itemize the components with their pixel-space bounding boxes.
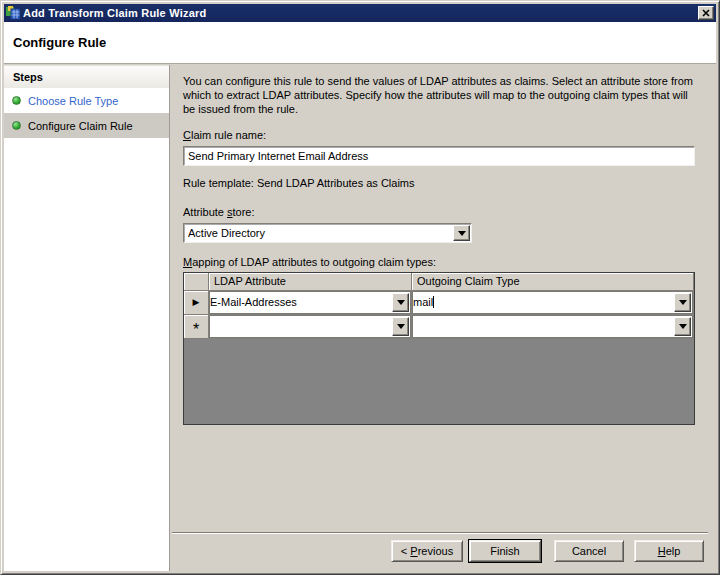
chevron-down-icon xyxy=(397,300,405,309)
step-label: Configure Claim Rule xyxy=(28,120,133,132)
chevron-down-icon xyxy=(679,300,687,309)
dropdown-button[interactable] xyxy=(674,317,691,336)
step-label: Choose Rule Type xyxy=(28,95,118,107)
ldap-attribute-select[interactable]: E-Mail-Addresses xyxy=(209,291,411,314)
outgoing-claim-type-input[interactable]: mail xyxy=(412,291,693,314)
ldap-attribute-value: E-Mail-Addresses xyxy=(210,296,297,308)
dropdown-button[interactable] xyxy=(392,317,409,336)
column-header-outgoing-claim-type[interactable]: Outgoing Claim Type xyxy=(412,273,694,291)
dropdown-button[interactable] xyxy=(453,225,470,241)
close-icon xyxy=(702,9,710,17)
attribute-store-value: Active Directory xyxy=(188,224,451,242)
finish-button[interactable]: Finish xyxy=(469,540,541,562)
step-status-icon xyxy=(12,96,21,105)
header-band: Configure Rule xyxy=(4,22,716,64)
column-header-ldap-attribute[interactable]: LDAP Attribute xyxy=(209,273,412,291)
ldap-attribute-cell-empty xyxy=(209,315,412,339)
main-content: You can configure this rule to send the … xyxy=(171,65,716,571)
dropdown-button[interactable] xyxy=(674,293,691,312)
table-header-row: LDAP Attribute Outgoing Claim Type xyxy=(184,273,694,291)
step-status-icon xyxy=(12,121,21,130)
attribute-store-select[interactable]: Active Directory xyxy=(183,223,472,243)
chevron-down-icon xyxy=(458,231,466,240)
page-title: Configure Rule xyxy=(13,35,106,50)
help-button[interactable]: Help xyxy=(634,540,704,562)
close-button[interactable] xyxy=(698,6,714,20)
outgoing-claim-type-value: mail xyxy=(413,296,434,308)
mapping-table: LDAP Attribute Outgoing Claim Type ▶ E-M… xyxy=(183,272,695,425)
sidebar-item-configure-claim-rule[interactable]: Configure Claim Rule xyxy=(4,113,169,138)
new-row-selector[interactable]: * xyxy=(184,315,209,339)
window-title: Add Transform Claim Rule Wizard xyxy=(23,7,206,19)
app-icon xyxy=(6,6,20,20)
chevron-down-icon xyxy=(397,324,405,333)
claim-rule-name-input[interactable] xyxy=(183,146,695,166)
claim-rule-name-label: Claim rule name: xyxy=(183,129,266,141)
current-row-arrow-icon: ▶ xyxy=(193,298,200,307)
steps-header: Steps xyxy=(4,65,169,88)
attribute-store-label: Attribute store: xyxy=(183,206,255,218)
chevron-down-icon xyxy=(679,324,687,333)
ldap-attribute-cell: E-Mail-Addresses xyxy=(209,291,412,315)
ldap-attribute-select-empty[interactable] xyxy=(209,315,411,338)
wizard-window: Add Transform Claim Rule Wizard Configur… xyxy=(0,0,720,575)
text-caret xyxy=(433,296,434,308)
table-row: ▶ E-Mail-Addresses mail xyxy=(184,291,694,315)
table-new-row: * xyxy=(184,315,694,339)
outgoing-claim-type-cell: mail xyxy=(412,291,694,315)
new-row-icon: * xyxy=(193,325,199,335)
row-selector-header xyxy=(184,273,209,291)
current-row-selector[interactable]: ▶ xyxy=(184,291,209,315)
cancel-button[interactable]: Cancel xyxy=(554,540,624,562)
mapping-label: Mapping of LDAP attributes to outgoing c… xyxy=(183,256,436,268)
steps-sidebar: Steps Choose Rule Type Configure Claim R… xyxy=(4,65,170,571)
sidebar-item-choose-rule-type[interactable]: Choose Rule Type xyxy=(4,88,169,113)
title-bar[interactable]: Add Transform Claim Rule Wizard xyxy=(4,4,716,22)
previous-button[interactable]: < Previous xyxy=(391,540,463,562)
outgoing-claim-type-select-empty[interactable] xyxy=(412,315,693,338)
description-text: You can configure this rule to send the … xyxy=(183,74,702,116)
rule-template-text: Rule template: Send LDAP Attributes as C… xyxy=(183,177,415,189)
button-separator xyxy=(172,532,708,534)
dropdown-button[interactable] xyxy=(392,293,409,312)
outgoing-claim-type-cell-empty xyxy=(412,315,694,339)
